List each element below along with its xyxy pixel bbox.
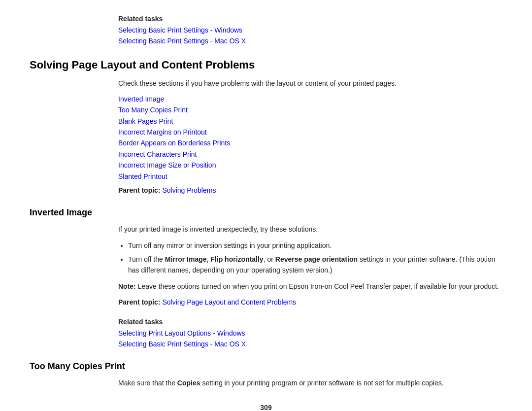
inverted-image-heading: Inverted Image xyxy=(30,207,502,218)
intro-text: Check these sections if you have problem… xyxy=(118,78,502,89)
note-label: Note: xyxy=(118,282,136,290)
related-tasks-label-top: Related tasks xyxy=(118,15,502,23)
parent-topic-label-top: Parent topic: xyxy=(118,186,161,194)
link-incorrect-characters[interactable]: Incorrect Characters Print xyxy=(118,149,502,160)
bold-reverse: Reverse page orientation xyxy=(275,255,358,263)
main-heading: Solving Page Layout and Content Problems xyxy=(30,59,502,71)
link-print-layout-windows[interactable]: Selecting Print Layout Options - Windows xyxy=(118,328,502,339)
link-blank-pages[interactable]: Blank Pages Print xyxy=(118,116,502,127)
bold-copies: Copies xyxy=(177,379,200,387)
inverted-related-tasks: Related tasks Selecting Print Layout Opt… xyxy=(118,318,502,350)
link-basic-mac-inverted[interactable]: Selecting Basic Print Settings - Mac OS … xyxy=(118,339,502,349)
bold-mirror: Mirror Image xyxy=(165,255,207,263)
page-number: 309 xyxy=(30,404,502,411)
parent-topic-inverted: Parent topic: Solving Page Layout and Co… xyxy=(118,297,502,308)
related-tasks-label-inverted: Related tasks xyxy=(118,318,502,326)
top-related-tasks-section: Related tasks Selecting Basic Print Sett… xyxy=(118,15,502,47)
too-many-copies-heading: Too Many Copies Print xyxy=(30,361,502,372)
bold-flip: Flip horizontally xyxy=(210,255,263,263)
parent-topic-link-top[interactable]: Solving Problems xyxy=(162,186,216,194)
parent-topic-label-inverted: Parent topic: xyxy=(118,298,161,306)
parent-topic-top: Parent topic: Solving Problems xyxy=(118,185,502,196)
bullet-1: Turn off any mirror or inversion setting… xyxy=(128,240,502,251)
link-border-borderless[interactable]: Border Appears on Borderless Prints xyxy=(118,137,502,148)
link-inverted-image[interactable]: Inverted Image xyxy=(118,94,502,104)
link-slanted-printout[interactable]: Slanted Printout xyxy=(118,171,502,182)
link-incorrect-image-size[interactable]: Incorrect Image Size or Position xyxy=(118,160,502,171)
parent-topic-link-inverted[interactable]: Solving Page Layout and Content Problems xyxy=(162,298,296,306)
link-incorrect-margins[interactable]: Incorrect Margins on Printout xyxy=(118,127,502,137)
too-many-copies-body: Make sure that the Copies setting in you… xyxy=(118,377,502,388)
topic-links-list: Inverted Image Too Many Copies Print Bla… xyxy=(118,94,502,182)
link-too-many-copies[interactable]: Too Many Copies Print xyxy=(118,104,502,115)
link-basic-windows-top[interactable]: Selecting Basic Print Settings - Windows xyxy=(118,25,502,35)
inverted-image-body: If your printed image is inverted unexpe… xyxy=(118,224,502,235)
note-text: Note: Leave these options turned on when… xyxy=(118,281,502,292)
bullet-2: Turn off the Mirror Image, Flip horizont… xyxy=(128,254,502,276)
link-basic-mac-top[interactable]: Selecting Basic Print Settings - Mac OS … xyxy=(118,35,502,46)
inverted-image-bullets: Turn off any mirror or inversion setting… xyxy=(128,240,502,276)
